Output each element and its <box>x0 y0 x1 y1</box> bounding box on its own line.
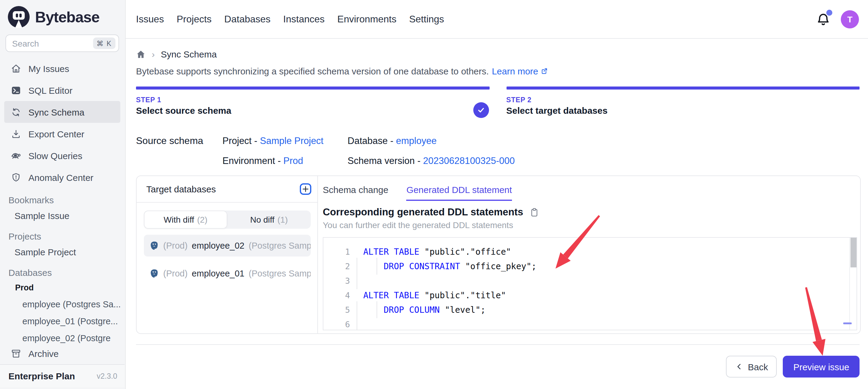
search-placeholder: Search <box>12 38 39 48</box>
target-db-employee_02[interactable]: (Prod)employee_02(Postgres Samp... <box>144 235 311 256</box>
step-progress-bar <box>506 86 860 89</box>
sidebar-item-sync-schema[interactable]: Sync Schema <box>4 101 120 123</box>
back-button[interactable]: Back <box>726 356 777 378</box>
sidebar-item-export-center[interactable]: Export Center <box>4 123 120 145</box>
tab-with-diff[interactable]: With diff(2) <box>144 211 227 229</box>
source-field-schema-version: Schema version - 20230628100325-000 <box>347 155 515 166</box>
tab-generated-ddl-statement[interactable]: Generated DDL statement <box>406 185 512 201</box>
nav-settings[interactable]: Settings <box>409 13 444 25</box>
learn-more-link[interactable]: Learn more <box>492 66 548 76</box>
add-target-database-button[interactable] <box>300 183 311 195</box>
line-number: 2 <box>323 259 355 274</box>
page-description: Bytebase supports synchronizing a specif… <box>136 66 549 76</box>
breadcrumb-current: Sync Schema <box>161 49 217 59</box>
sql-keyword: DROP CONSTRAINT <box>383 261 465 271</box>
field-name: Project - <box>222 135 260 145</box>
preview-issue-button[interactable]: Preview issue <box>783 356 860 378</box>
sidebar-section-title: Databases <box>0 265 125 280</box>
code-line-1[interactable]: 1ALTER TABLE "public"."office" <box>323 244 857 259</box>
nav-projects[interactable]: Projects <box>177 13 212 25</box>
sidebar-item-slow-queries[interactable]: Slow Queries <box>4 145 120 166</box>
step-progress-bar <box>136 86 489 89</box>
sidebar-item-label: Sync Schema <box>28 107 84 117</box>
code-text: DROP CONSTRAINT "office_pkey"; <box>355 259 857 274</box>
editor-scrollbar[interactable] <box>849 238 857 330</box>
sidebar-item-my-issues[interactable]: My Issues <box>4 57 120 79</box>
code-text: ALTER TABLE "public"."office" <box>355 244 857 259</box>
db-instance: (Postgres Samp... <box>249 241 311 250</box>
target-db-employee_01[interactable]: (Prod)employee_01(Postgres Sampl... <box>144 262 311 284</box>
home-icon[interactable] <box>136 49 146 59</box>
sidebar-item-sample-issue[interactable]: Sample Issue <box>0 207 125 224</box>
sql-editor-icon <box>11 85 21 95</box>
ddl-code-editor[interactable]: 1ALTER TABLE "public"."office"2 DROP CON… <box>323 237 857 330</box>
db-name: employee_02 <box>192 241 245 250</box>
chevron-left-icon <box>735 362 744 371</box>
copy-icon[interactable] <box>529 207 539 217</box>
code-line-5[interactable]: 5 DROP COLUMN "level"; <box>323 303 857 317</box>
footer-actions: Back Preview issue <box>726 356 860 378</box>
field-value-link[interactable]: 20230628100325-000 <box>423 155 515 165</box>
target-databases-title: Target databases <box>146 184 216 194</box>
step-label: STEP 2 <box>506 96 860 103</box>
archive-label: Archive <box>28 348 59 358</box>
step-step-2[interactable]: STEP 2Select target databases <box>506 86 860 115</box>
turtle-icon <box>11 150 21 161</box>
brand-name: Bytebase <box>35 8 99 26</box>
external-link-icon <box>541 67 549 75</box>
sql-text: "office_pkey"; <box>465 261 536 271</box>
sidebar-item-employee-01-postgre[interactable]: employee_01 (Postgre... <box>0 313 125 330</box>
topbar-right: T <box>816 10 859 28</box>
step-label: STEP 1 <box>136 96 489 103</box>
plan-row[interactable]: Enterprise Plan v2.3.0 <box>0 364 125 387</box>
nav-environments[interactable]: Environments <box>337 13 397 25</box>
sidebar-item-prod[interactable]: Prod <box>0 280 125 296</box>
tab-schema-change[interactable]: Schema change <box>323 185 389 200</box>
tab-no-diff[interactable]: No diff(1) <box>227 211 311 229</box>
source-field-database: Database - employee <box>347 135 515 146</box>
indent-guide <box>377 258 377 275</box>
sidebar-item-employee-02-postgre[interactable]: employee_02 (Postgre <box>0 330 125 344</box>
search-input[interactable]: Search ⌘ K <box>5 34 119 52</box>
tab-label: No diff <box>250 215 274 224</box>
sidebar-scroll[interactable]: Bytebase Search ⌘ K My IssuesSQL EditorS… <box>0 0 125 344</box>
tab-count: (2) <box>197 215 207 224</box>
step-indicator: STEP 1Select source schemaSTEP 2Select t… <box>136 86 860 115</box>
description-text: Bytebase supports synchronizing a specif… <box>136 66 489 76</box>
code-text <box>355 274 857 288</box>
db-name: employee_01 <box>192 269 245 278</box>
sidebar-item-employee-postgres-sa[interactable]: employee (Postgres Sa... <box>0 296 125 313</box>
db-instance: (Postgres Sampl... <box>249 269 311 278</box>
code-line-2[interactable]: 2 DROP CONSTRAINT "office_pkey"; <box>323 259 857 274</box>
sync-panel-card: Target databases With diff(2)No diff(1) … <box>136 175 861 334</box>
sidebar-item-sql-editor[interactable]: SQL Editor <box>4 79 120 101</box>
avatar[interactable]: T <box>841 10 859 28</box>
field-value-link[interactable]: Sample Project <box>260 135 323 145</box>
ddl-heading-row: Corresponding generated DDL statements <box>323 206 860 218</box>
editor-scrollbar-thumb[interactable] <box>850 238 857 268</box>
sidebar-item-anomaly-center[interactable]: Anomaly Center <box>4 166 120 188</box>
sidebar-item-sample-project[interactable]: Sample Project <box>0 244 125 261</box>
source-schema-label: Source schema <box>136 135 222 146</box>
sidebar-item-label: Export Center <box>28 129 84 139</box>
nav-instances[interactable]: Instances <box>283 13 324 25</box>
nav-issues[interactable]: Issues <box>136 13 164 25</box>
code-text <box>355 317 857 330</box>
sql-text: "public"."office" <box>424 247 511 256</box>
sidebar-item-archive[interactable]: Archive <box>0 344 125 363</box>
brand-logo[interactable]: Bytebase <box>0 0 125 29</box>
notifications-button[interactable] <box>816 12 831 26</box>
step-step-1[interactable]: STEP 1Select source schema <box>136 86 489 115</box>
field-value-link[interactable]: Prod <box>283 155 304 165</box>
tab-count: (1) <box>277 215 288 224</box>
ddl-subtext: You can further edit the generated DDL s… <box>323 220 860 230</box>
nav-databases[interactable]: Databases <box>224 13 271 25</box>
breadcrumb: › Sync Schema <box>136 49 217 59</box>
code-line-3[interactable]: 3 <box>323 274 857 288</box>
sidebar-item-label: My Issues <box>28 63 69 74</box>
field-value-link[interactable]: employee <box>396 135 436 145</box>
code-line-6[interactable]: 6 <box>323 317 857 330</box>
plan-name: Enterprise Plan <box>8 371 75 381</box>
code-line-4[interactable]: 4ALTER TABLE "public"."title" <box>323 288 857 303</box>
db-environment: (Prod) <box>163 269 188 278</box>
